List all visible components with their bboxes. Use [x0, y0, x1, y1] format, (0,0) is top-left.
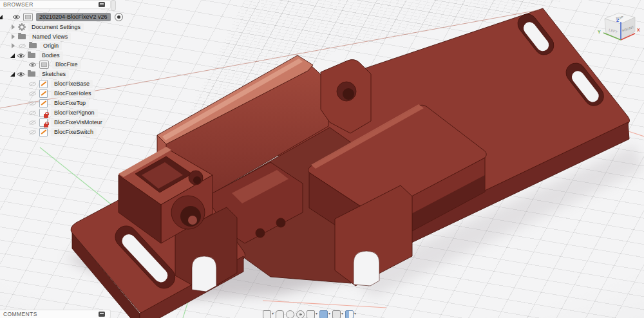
caret-down-icon: ▾ [316, 310, 317, 317]
tree-row-sketch-blocfixetop[interactable]: BlocFixeTop [28, 98, 89, 108]
x-axis-line [263, 301, 386, 308]
shaft-hole-1 [256, 229, 265, 238]
tree-row-bodies[interactable]: Bodies [10, 51, 63, 60]
tree-item-label[interactable]: BlocFixePignon [51, 109, 98, 117]
tree-row-named-views[interactable]: Named Views [10, 32, 71, 41]
zoom-button[interactable] [286, 310, 294, 318]
display-settings-button[interactable]: ▾ [319, 310, 330, 318]
tree-item-label[interactable]: Named Views [29, 33, 71, 41]
tree-item-label[interactable]: BlocFixeBase [51, 80, 93, 88]
visibility-eye-off-icon[interactable] [28, 100, 37, 106]
visibility-eye-off-icon[interactable] [28, 129, 37, 135]
visibility-eye-off-icon[interactable] [28, 120, 37, 126]
caret-down-icon: ▾ [354, 310, 356, 317]
red-lock-icon [44, 124, 48, 127]
shaft-hole-2 [276, 218, 285, 227]
root-document-label[interactable]: 20210204-BlocFixeV2 v26 [36, 13, 111, 21]
visibility-eye-off-icon[interactable] [28, 81, 37, 87]
visibility-eye-off-icon[interactable] [28, 110, 37, 116]
file-display-settings-button[interactable]: ▾ [263, 310, 274, 318]
comments-title: COMMENTS [3, 311, 99, 317]
sketch-icon [39, 80, 48, 88]
folder-icon [28, 53, 35, 58]
body-icon [39, 61, 49, 69]
panel-collapse-icon[interactable] [99, 2, 105, 7]
folder-icon [18, 34, 26, 39]
caret-down-icon: ▾ [328, 310, 330, 317]
tree-item-label[interactable]: BlocFixeVisMoteur [51, 118, 106, 127]
document-icon [23, 13, 33, 21]
tree-item-label[interactable]: Sketches [39, 70, 69, 79]
sketch-icon [39, 99, 48, 108]
caret-down-icon: ▾ [272, 310, 274, 317]
model-body-blocfixe[interactable] [0, 8, 630, 318]
comments-panel-header[interactable]: COMMENTS [0, 310, 111, 318]
tree-item-label[interactable]: Origin [40, 42, 62, 50]
viewports-icon [345, 310, 354, 318]
look-at-button[interactable]: ▾ [307, 310, 317, 318]
red-lock-icon [44, 114, 48, 118]
model-viewport[interactable]: TOP LEFT FRONT Z Y X [0, 0, 644, 318]
expand-arrow-icon[interactable] [10, 72, 15, 77]
tree-item-label[interactable]: BlocFixe [52, 61, 81, 69]
look-at-eye-icon [307, 310, 315, 318]
display-box-icon [263, 310, 271, 318]
viewcube[interactable]: TOP LEFT FRONT Z Y X [598, 13, 640, 40]
folder-icon [29, 43, 37, 48]
magnifier-icon [286, 310, 294, 318]
tree-item-label[interactable]: BlocFixeHoles [51, 89, 95, 98]
orbit-button[interactable] [296, 310, 305, 318]
tree-row-document-settings[interactable]: Document Settings [10, 23, 84, 32]
tree-row-root-document[interactable]: 20210204-BlocFixeV2 v26 [0, 12, 123, 21]
navigation-toolbar: ▾ ▾ ▾ ▾ ▾ [263, 310, 389, 318]
pillow-top-hole-bore [193, 176, 201, 184]
tree-row-sketch-blocfixeswitch[interactable]: BlocFixeSwitch [28, 127, 97, 136]
tree-row-origin[interactable]: Origin [10, 41, 62, 50]
viewports-button[interactable]: ▾ [345, 310, 356, 318]
tree-row-sketch-blocfixepignon[interactable]: BlocFixePignon [28, 108, 98, 117]
panel-collapse-icon[interactable] [99, 312, 105, 317]
visibility-eye-icon[interactable] [28, 62, 37, 68]
browser-header[interactable]: BROWSER [0, 0, 111, 9]
sketch-icon [39, 128, 48, 136]
tree-row-sketch-blocfixebase[interactable]: BlocFixeBase [28, 79, 93, 88]
browser-title: BROWSER [3, 1, 99, 8]
tree-item-label[interactable]: BlocFixeTop [51, 99, 89, 108]
sketch-locked-icon [39, 118, 48, 127]
sketch-locked-icon [39, 109, 48, 117]
activate-component-radio[interactable] [115, 13, 123, 21]
chevron-right-icon[interactable] [12, 34, 15, 39]
visibility-eye-icon[interactable] [12, 14, 21, 20]
tree-row-body-blocfixe[interactable]: BlocFixe [28, 60, 81, 69]
x-axis-line-right [629, 131, 644, 136]
grid-icon [332, 310, 341, 318]
gear-icon [18, 23, 26, 31]
tree-item-label[interactable]: Document Settings [28, 23, 84, 32]
tree-row-sketch-blocfixevismoteur[interactable]: BlocFixeVisMoteur [28, 118, 106, 127]
visibility-eye-off-icon[interactable] [28, 91, 37, 97]
display-settings-icon [319, 310, 328, 318]
lug-hole-bore [343, 88, 354, 100]
tree-item-label[interactable]: Bodies [39, 51, 63, 60]
visibility-eye-icon[interactable] [17, 53, 25, 59]
pan-hand-icon [276, 310, 284, 318]
viewcube-y-label: Y [598, 30, 601, 34]
chevron-right-icon[interactable] [12, 43, 15, 48]
caret-down-icon: ▾ [341, 310, 343, 317]
browser-panel-grip[interactable] [111, 0, 116, 11]
visibility-eye-off-icon[interactable] [18, 43, 26, 49]
expand-arrow-icon[interactable] [10, 53, 15, 58]
pan-button[interactable] [276, 310, 284, 318]
chevron-right-icon[interactable] [12, 24, 15, 30]
tree-item-label[interactable]: BlocFixeSwitch [51, 128, 97, 136]
pillow-bore-glint [188, 216, 197, 225]
fusion360-app: TOP LEFT FRONT Z Y X BROWSER 20210204-Bl… [0, 0, 644, 318]
expand-arrow-icon[interactable] [0, 15, 3, 19]
grid-and-snaps-button[interactable]: ▾ [332, 310, 343, 318]
visibility-eye-icon[interactable] [17, 71, 25, 77]
tree-row-sketch-blocfixeholes[interactable]: BlocFixeHoles [28, 89, 95, 98]
folder-icon [28, 71, 35, 77]
tree-row-sketches[interactable]: Sketches [10, 70, 69, 79]
viewcube-x-label: X [637, 28, 640, 32]
orbit-icon [296, 310, 305, 318]
